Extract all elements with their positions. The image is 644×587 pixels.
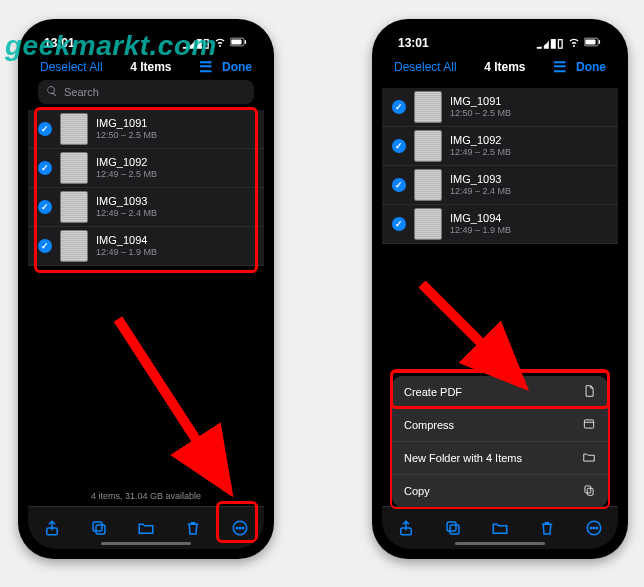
svg-line-24 [422, 284, 522, 384]
view-mode-icon[interactable]: ☰ [553, 59, 566, 74]
svg-rect-2 [245, 40, 246, 44]
check-icon[interactable]: ✓ [392, 139, 406, 153]
file-list: ✓ IMG_1091 12:50 – 2.5 MB ✓ IMG_1092 12:… [28, 110, 264, 266]
search-icon [46, 85, 58, 99]
file-thumbnail [414, 130, 442, 162]
screen-right: 13:01 ▮▮▮▯ Deselect All 4 Items ☰ Done [382, 29, 618, 549]
storage-info: 4 items, 31.04 GB available [28, 491, 264, 501]
svg-point-7 [237, 527, 239, 529]
context-menu: Create PDF Compress New Folder with 4 It… [392, 376, 608, 507]
watermark-text: geekmarkt.com [5, 30, 217, 62]
screen-left: 13:01 ▮▮▮▯ Deselect All 4 Items ☰ Done [28, 29, 264, 549]
menu-copy[interactable]: Copy [392, 475, 608, 507]
file-row[interactable]: ✓ IMG_1094 12:49 – 1.9 MB [382, 205, 618, 244]
file-meta: 12:50 – 2.5 MB [450, 108, 511, 119]
menu-label: Create PDF [404, 386, 462, 398]
nav-title: 4 Items [484, 60, 525, 74]
svg-point-22 [594, 527, 596, 529]
menu-label: New Folder with 4 Items [404, 452, 522, 464]
phone-frame-left: 13:01 ▮▮▮▯ Deselect All 4 Items ☰ Done [18, 19, 274, 559]
more-button[interactable] [229, 517, 251, 539]
delete-button[interactable] [536, 517, 558, 539]
svg-rect-1 [231, 39, 241, 44]
done-button[interactable]: Done [222, 60, 252, 74]
move-button[interactable] [135, 517, 157, 539]
file-thumbnail [60, 152, 88, 184]
file-row[interactable]: ✓ IMG_1091 12:50 – 2.5 MB [28, 110, 264, 149]
menu-label: Compress [404, 419, 454, 431]
check-icon[interactable]: ✓ [38, 200, 52, 214]
file-name: IMG_1092 [96, 156, 157, 169]
deselect-all-button[interactable]: Deselect All [394, 60, 457, 74]
file-name: IMG_1094 [450, 212, 511, 225]
menu-compress[interactable]: Compress [392, 409, 608, 442]
duplicate-button[interactable] [88, 517, 110, 539]
svg-point-8 [240, 527, 242, 529]
share-button[interactable] [395, 517, 417, 539]
menu-create-pdf[interactable]: Create PDF [392, 376, 608, 409]
delete-button[interactable] [182, 517, 204, 539]
file-name: IMG_1092 [450, 134, 511, 147]
home-indicator [101, 542, 191, 545]
file-row[interactable]: ✓ IMG_1093 12:49 – 2.4 MB [382, 166, 618, 205]
file-row[interactable]: ✓ IMG_1094 12:49 – 1.9 MB [28, 227, 264, 266]
done-button[interactable]: Done [576, 60, 606, 74]
file-row[interactable]: ✓ IMG_1092 12:49 – 2.5 MB [382, 127, 618, 166]
copy-icon [582, 483, 596, 499]
svg-rect-18 [447, 522, 456, 531]
move-button[interactable] [489, 517, 511, 539]
file-meta: 12:49 – 2.5 MB [96, 169, 157, 180]
file-meta: 12:49 – 2.5 MB [450, 147, 511, 158]
status-time: 13:01 [398, 36, 429, 50]
file-thumbnail [414, 91, 442, 123]
file-name: IMG_1094 [96, 234, 157, 247]
file-thumbnail [60, 191, 88, 223]
file-row[interactable]: ✓ IMG_1093 12:49 – 2.4 MB [28, 188, 264, 227]
menu-new-folder[interactable]: New Folder with 4 Items [392, 442, 608, 475]
svg-rect-4 [93, 522, 102, 531]
check-icon[interactable]: ✓ [392, 178, 406, 192]
battery-icon [230, 36, 248, 50]
svg-rect-19 [450, 525, 459, 534]
svg-rect-13 [599, 40, 600, 44]
svg-line-10 [118, 319, 228, 489]
check-icon[interactable]: ✓ [392, 217, 406, 231]
file-row[interactable]: ✓ IMG_1091 12:50 – 2.5 MB [382, 88, 618, 127]
file-name: IMG_1091 [96, 117, 157, 130]
file-list: ✓ IMG_1091 12:50 – 2.5 MB ✓ IMG_1092 12:… [382, 88, 618, 244]
file-thumbnail [60, 113, 88, 145]
check-icon[interactable]: ✓ [38, 161, 52, 175]
menu-label: Copy [404, 485, 430, 497]
phone-frame-right: 13:01 ▮▮▮▯ Deselect All 4 Items ☰ Done [372, 19, 628, 559]
svg-rect-5 [96, 525, 105, 534]
svg-rect-16 [587, 488, 593, 495]
svg-point-23 [597, 527, 599, 529]
search-input[interactable]: Search [38, 80, 254, 104]
svg-rect-15 [585, 486, 591, 493]
check-icon[interactable]: ✓ [392, 100, 406, 114]
check-icon[interactable]: ✓ [38, 239, 52, 253]
file-thumbnail [60, 230, 88, 262]
document-icon [582, 384, 596, 400]
file-name: IMG_1093 [96, 195, 157, 208]
file-meta: 12:49 – 1.9 MB [96, 247, 157, 258]
more-button[interactable] [583, 517, 605, 539]
file-row[interactable]: ✓ IMG_1092 12:49 – 2.5 MB [28, 149, 264, 188]
archive-icon [582, 417, 596, 433]
file-meta: 12:50 – 2.5 MB [96, 130, 157, 141]
duplicate-button[interactable] [442, 517, 464, 539]
search-placeholder: Search [64, 86, 99, 98]
battery-icon [584, 36, 602, 50]
wifi-icon [568, 36, 580, 51]
folder-icon [582, 450, 596, 466]
file-thumbnail [414, 208, 442, 240]
file-thumbnail [414, 169, 442, 201]
file-meta: 12:49 – 2.4 MB [450, 186, 511, 197]
svg-point-9 [243, 527, 245, 529]
svg-rect-12 [585, 39, 595, 44]
arrow-annotation [108, 309, 248, 509]
file-meta: 12:49 – 2.4 MB [96, 208, 157, 219]
svg-point-21 [591, 527, 593, 529]
share-button[interactable] [41, 517, 63, 539]
check-icon[interactable]: ✓ [38, 122, 52, 136]
